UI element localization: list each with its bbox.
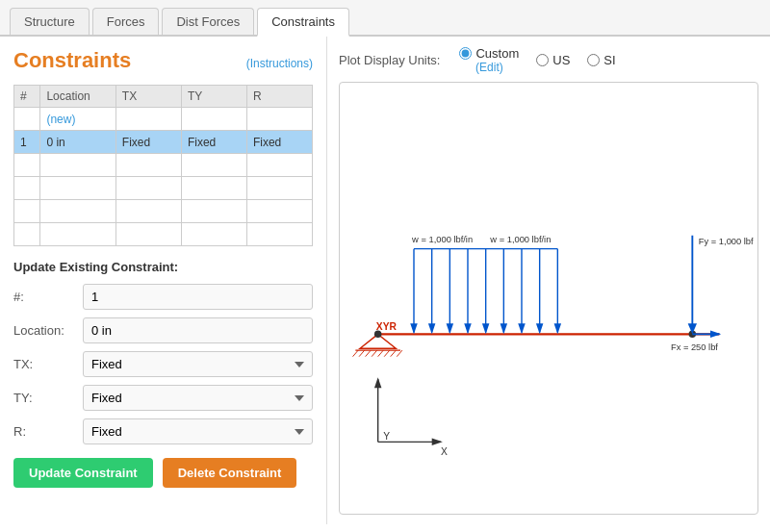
r-row: R: Fixed Free Pinned <box>13 418 313 444</box>
hash-row: #: <box>13 284 313 310</box>
form-title: Update Existing Constraint: <box>13 260 313 274</box>
svg-text:Y: Y <box>383 431 390 442</box>
table-row-empty-3 <box>14 200 313 223</box>
col-header-r: R <box>246 86 312 108</box>
plot-svg: XYR <box>340 83 757 514</box>
col-header-location: Location <box>40 86 116 108</box>
us-radio-item[interactable]: US <box>536 53 570 67</box>
r-select[interactable]: Fixed Free Pinned <box>83 418 313 444</box>
update-constraint-button[interactable]: Update Constraint <box>13 458 153 488</box>
custom-unit-group: Custom (Edit) <box>459 46 519 74</box>
location-label: Location: <box>13 323 83 338</box>
us-radio[interactable] <box>536 54 549 66</box>
tab-forces[interactable]: Forces <box>92 8 160 35</box>
col-header-ty: TY <box>181 86 246 108</box>
svg-text:XYR: XYR <box>376 321 398 332</box>
custom-radio[interactable] <box>459 47 472 60</box>
plot-units-label: Plot Display Units: <box>339 53 440 67</box>
col-header-hash: # <box>14 86 40 108</box>
ty-select[interactable]: Fixed Free Pinned <box>83 385 313 411</box>
new-row-tx <box>116 108 181 131</box>
svg-point-13 <box>374 331 381 338</box>
table-row-empty-2 <box>14 177 313 200</box>
svg-text:w = 1,000 lbf/in: w = 1,000 lbf/in <box>411 235 473 244</box>
row-r: Fixed <box>246 131 312 154</box>
panel-title: Constraints <box>13 48 131 73</box>
r-label: R: <box>13 424 83 439</box>
update-form: Update Existing Constraint: #: Location:… <box>13 260 313 488</box>
tx-select[interactable]: Fixed Free Pinned <box>83 351 313 377</box>
si-radio[interactable] <box>587 54 600 66</box>
left-panel: Constraints (Instructions) # Location TX… <box>0 37 327 524</box>
col-header-tx: TX <box>116 86 181 108</box>
ty-row: TY: Fixed Free Pinned <box>13 385 313 411</box>
new-row-r <box>246 108 312 131</box>
main-content: Constraints (Instructions) # Location TX… <box>0 37 770 524</box>
hash-input[interactable] <box>83 284 313 310</box>
si-radio-item[interactable]: SI <box>587 53 615 67</box>
hash-label: #: <box>13 290 83 304</box>
tab-structure[interactable]: Structure <box>10 8 90 35</box>
custom-label: Custom <box>475 46 519 61</box>
new-row-hash <box>14 108 40 131</box>
table-row-empty-4 <box>14 223 313 246</box>
table-row[interactable]: 1 0 in Fixed Fixed Fixed <box>14 131 313 154</box>
svg-rect-0 <box>351 83 747 514</box>
si-label: SI <box>603 53 615 67</box>
svg-text:Fy = 1,000 lbf: Fy = 1,000 lbf <box>699 237 754 246</box>
units-radio-group: Custom (Edit) US SI <box>459 46 615 74</box>
ty-label: TY: <box>13 391 83 405</box>
svg-text:Fx = 250 lbf: Fx = 250 lbf <box>671 342 718 352</box>
edit-link[interactable]: (Edit) <box>475 61 503 74</box>
plot-header: Plot Display Units: Custom (Edit) US SI <box>339 46 758 74</box>
right-panel: Plot Display Units: Custom (Edit) US SI <box>327 37 770 524</box>
tab-dist-forces[interactable]: Dist Forces <box>162 8 254 35</box>
plot-area: XYR <box>339 82 758 515</box>
constraint-table: # Location TX TY R (new) 1 0 in <box>13 85 313 246</box>
instructions-link[interactable]: (Instructions) <box>246 57 313 70</box>
row-location: 0 in <box>40 131 116 154</box>
us-label: US <box>552 53 570 67</box>
location-input[interactable] <box>83 317 313 343</box>
delete-constraint-button[interactable]: Delete Constraint <box>163 458 297 488</box>
new-row-location: (new) <box>40 108 116 131</box>
button-row: Update Constraint Delete Constraint <box>13 458 313 488</box>
row-tx: Fixed <box>116 131 181 154</box>
custom-radio-item[interactable]: Custom <box>459 46 519 61</box>
tab-bar: Structure Forces Dist Forces Constraints <box>0 0 770 37</box>
svg-text:w = 1,000 lbf/in: w = 1,000 lbf/in <box>489 235 551 244</box>
location-row: Location: <box>13 317 313 343</box>
svg-text:X: X <box>441 446 448 457</box>
new-row-ty <box>181 108 246 131</box>
tx-label: TX: <box>13 357 83 371</box>
row-hash: 1 <box>14 131 40 154</box>
table-row-new[interactable]: (new) <box>14 108 313 131</box>
row-ty: Fixed <box>181 131 246 154</box>
table-row-empty-1 <box>14 154 313 177</box>
tab-constraints[interactable]: Constraints <box>257 8 349 37</box>
tx-row: TX: Fixed Free Pinned <box>13 351 313 377</box>
